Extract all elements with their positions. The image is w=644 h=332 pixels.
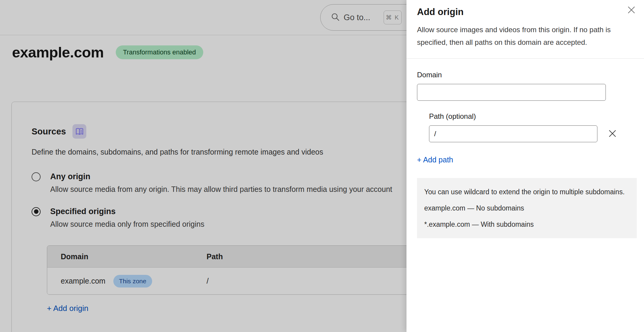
wildcard-info-box: You can use wildcard to extend the origi…: [417, 178, 637, 238]
add-origin-panel: Add origin Allow source images and video…: [406, 0, 644, 332]
remove-path-button[interactable]: [606, 128, 618, 140]
path-field-label: Path (optional): [429, 112, 637, 121]
panel-divider: [406, 58, 644, 59]
add-path-link[interactable]: + Add path: [417, 155, 453, 164]
close-panel-button[interactable]: [626, 5, 637, 16]
info-line: *.example.com — With subdomains: [424, 218, 630, 230]
close-icon: [608, 129, 617, 139]
info-line: example.com — No subdomains: [424, 202, 630, 214]
domain-field-label: Domain: [417, 71, 637, 79]
panel-description: Allow source images and videos from this…: [417, 23, 629, 49]
domain-input[interactable]: [417, 84, 606, 101]
panel-title: Add origin: [417, 7, 637, 17]
path-input[interactable]: [429, 125, 597, 142]
path-field-group: Path (optional): [417, 112, 637, 142]
domain-field-group: Domain: [417, 71, 637, 101]
close-icon: [627, 6, 636, 15]
modal-overlay[interactable]: [0, 0, 406, 332]
info-line: You can use wildcard to extend the origi…: [424, 186, 630, 198]
